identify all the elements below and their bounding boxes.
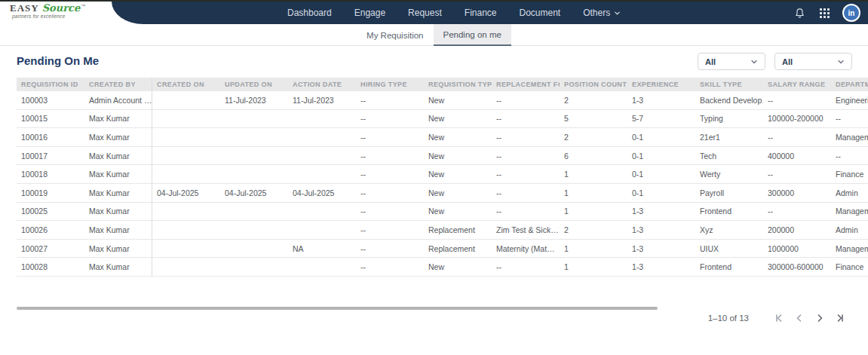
table-cell: Typing <box>695 114 763 123</box>
table-row[interactable]: 100016Max Kumar--New--20-121er1--Managem… <box>17 128 868 147</box>
table-cell: Payroll <box>695 188 763 197</box>
table-row[interactable]: 100025Max Kumar--New--11-3Frontend--Mana… <box>17 203 868 222</box>
nav-item-finance[interactable]: Finance <box>465 8 497 18</box>
filter-dropdown-1[interactable]: All <box>698 53 765 70</box>
brand-name-primary: EASY <box>10 3 39 13</box>
chevron-down-icon <box>837 58 845 66</box>
table-cell: 21er1 <box>695 133 763 142</box>
previous-page-icon[interactable] <box>793 311 806 325</box>
table-cell: -- <box>356 114 424 123</box>
table-cell: Werty <box>695 170 763 179</box>
brand-tagline: partners for excellence <box>12 14 85 20</box>
table-cell: New <box>424 114 492 123</box>
brand-trademark: ™ <box>81 4 85 8</box>
first-page-icon[interactable] <box>772 311 786 325</box>
table-cell: -- <box>492 133 560 142</box>
main-navigation: Dashboard Engage Request Finance Documen… <box>287 2 621 24</box>
table-cell: Max Kumar <box>84 165 152 183</box>
table-cell: 04-Jul-2025 <box>288 188 356 197</box>
nav-item-document[interactable]: Document <box>520 8 561 18</box>
table-cell: Maternity (Mat… <box>492 244 560 253</box>
table-row[interactable]: 100003Admin Account …11-Jul-202311-Jul-2… <box>17 91 868 110</box>
table-cell: -- <box>356 96 424 105</box>
filter-dropdown-2[interactable]: All <box>774 53 852 70</box>
nav-item-engage[interactable]: Engage <box>354 8 385 18</box>
table-cell: Management <box>831 133 868 142</box>
table-cell: -- <box>763 133 831 142</box>
table-cell: New <box>424 170 492 179</box>
table-cell: 0-1 <box>627 151 695 161</box>
table-cell: Max Kumar <box>84 203 152 221</box>
table-cell: Management <box>831 207 868 216</box>
nav-item-request[interactable]: Request <box>408 8 442 18</box>
table-cell: 04-Jul-2025 <box>152 188 220 197</box>
table-cell: Admin <box>831 225 868 234</box>
table-cell: Management <box>831 244 868 253</box>
table-cell: Max Kumar <box>84 240 152 258</box>
table-cell: 1-3 <box>627 225 695 234</box>
pagination-range-label: 1–10 of 13 <box>708 314 749 323</box>
table-cell: Finance <box>831 170 868 179</box>
column-header: REQUISITION TYPE <box>424 81 492 88</box>
linkedin-icon[interactable]: in <box>842 4 860 22</box>
table-cell: Replacement <box>424 225 492 234</box>
brand-name-secondary: Source <box>42 3 81 13</box>
table-cell: Max Kumar <box>84 184 152 202</box>
table-cell: Max Kumar <box>84 128 152 146</box>
table-cell: -- <box>492 188 560 197</box>
table-cell: -- <box>356 262 424 271</box>
table-cell: -- <box>356 225 424 234</box>
table-row[interactable]: 100015Max Kumar--New--55-7Typing100000-2… <box>17 110 868 129</box>
table-cell: 300000 <box>763 188 831 197</box>
table-row[interactable]: 100019Max Kumar04-Jul-202504-Jul-202504-… <box>17 184 868 203</box>
table-cell: 2 <box>560 225 627 234</box>
tab-my-requisition[interactable]: My Requisition <box>357 24 433 46</box>
table-cell: -- <box>356 244 424 253</box>
table-body: 100003Admin Account …11-Jul-202311-Jul-2… <box>17 91 868 277</box>
column-header: REPLACEMENT FOR <box>492 81 560 88</box>
table-cell: 100018 <box>17 170 84 179</box>
table-cell: -- <box>763 96 831 105</box>
table-cell: -- <box>492 151 560 161</box>
column-header: SALARY RANGE <box>763 81 831 88</box>
next-page-icon[interactable] <box>813 311 827 325</box>
table-cell: -- <box>492 170 560 179</box>
tab-pending-on-me[interactable]: Pending on me <box>434 24 511 46</box>
table-cell: 2 <box>560 133 627 142</box>
horizontal-scrollbar[interactable] <box>17 307 658 310</box>
table-cell: Max Kumar <box>84 147 152 165</box>
table-row[interactable]: 100018Max Kumar--New--10-1Werty--Finance <box>17 165 868 184</box>
table-cell: Max Kumar <box>84 221 152 239</box>
navbar-icons: in <box>793 2 860 24</box>
notification-bell-icon[interactable] <box>793 6 806 20</box>
last-page-icon[interactable] <box>833 311 847 325</box>
table-row[interactable]: 100026Max Kumar--ReplacementZim Test & S… <box>17 221 868 240</box>
table-cell: -- <box>356 188 424 197</box>
column-header: UPDATED ON <box>220 81 288 88</box>
table-cell: 0-1 <box>627 133 695 142</box>
table-cell: Tech <box>695 151 763 161</box>
requisitions-table: REQUISITION IDCREATED BYCREATED ONUPDATE… <box>17 78 868 277</box>
table-cell: -- <box>492 114 560 123</box>
table-cell: 1 <box>560 207 627 216</box>
nav-item-others[interactable]: Others <box>583 8 621 18</box>
nav-item-dashboard[interactable]: Dashboard <box>287 8 332 18</box>
brand-logo: EASY Source ™ partners for excellence <box>10 3 85 20</box>
chevron-down-icon <box>614 10 621 17</box>
table-cell: 100028 <box>17 262 84 271</box>
table-row[interactable]: 100017Max Kumar--New--60-1Tech400000-- <box>17 147 868 166</box>
table-row[interactable]: 100027Max KumarNA--ReplacementMaternity … <box>17 240 868 259</box>
table-cell: 1-3 <box>627 207 695 216</box>
table-cell: -- <box>831 151 868 161</box>
table-row[interactable]: 100028Max Kumar--New--11-3Frontend300000… <box>17 258 868 277</box>
filter-1-value: All <box>705 57 716 66</box>
table-cell: Finance <box>831 262 868 271</box>
table-cell: Max Kumar <box>84 258 152 276</box>
table-cell: 1 <box>560 170 627 179</box>
table-cell: 0-1 <box>627 170 695 179</box>
table-header-row: REQUISITION IDCREATED BYCREATED ONUPDATE… <box>17 78 868 91</box>
table-cell: -- <box>831 114 868 123</box>
table-cell: Engineering <box>831 96 868 105</box>
apps-grid-icon[interactable] <box>817 6 831 20</box>
tab-bar: My Requisition Pending on me <box>0 24 868 46</box>
